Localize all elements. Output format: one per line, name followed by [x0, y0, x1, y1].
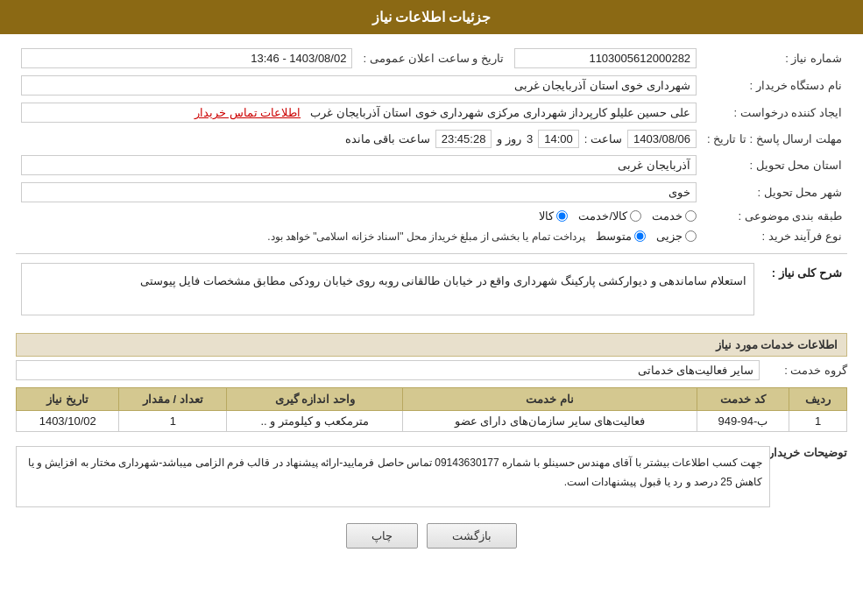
table-cell: 1403/10/02: [17, 411, 119, 432]
description-section-title: شرح کلی نیاز :: [772, 266, 842, 280]
description-table: شرح کلی نیاز : استعلام ساماندهی و دیوارک…: [16, 259, 847, 324]
deadline-row: 1403/08/06 ساعت : 14:00 3 روز و 23:45:28…: [21, 130, 697, 148]
notes-section: توضیحات خریدار : جهت کسب اطلاعات بیشتر ب…: [16, 441, 847, 513]
table-cell: فعالیت‌های سایر سازمان‌های دارای عضو: [403, 411, 697, 432]
creator-link[interactable]: اطلاعات تماس خریدار: [195, 106, 301, 119]
deadline-label: مهلت ارسال پاسخ : تا تاریخ :: [702, 126, 847, 152]
col-header-qty: تعداد / مقدار: [119, 388, 227, 411]
city-value: خوی: [21, 182, 697, 202]
services-table: ردیف کد خدمت نام خدمت واحد اندازه گیری ت…: [16, 387, 847, 432]
category-group: خدمت کالا/خدمت کالا: [21, 209, 697, 223]
deadline-date: 1403/08/06: [627, 130, 697, 148]
service-group-row: گروه خدمت : سایر فعالیت‌های خدماتی: [16, 360, 847, 380]
announcement-value: 1403/08/02 - 13:46: [21, 48, 352, 68]
need-number-value: 1103005612000282: [514, 48, 697, 68]
category-label: طبقه بندی موضوعی :: [702, 206, 847, 226]
content-area: شماره نیاز : 1103005612000282 تاریخ و سا…: [0, 34, 863, 570]
category-option-kala-khadamat[interactable]: کالا/خدمت: [578, 209, 641, 223]
remaining-time: 23:45:28: [435, 130, 492, 148]
remaining-days: 3: [527, 132, 533, 145]
col-header-name: نام خدمت: [403, 388, 697, 411]
city-label: شهر محل تحویل :: [702, 179, 847, 206]
category-option-kala[interactable]: کالا: [539, 209, 568, 223]
category-option-khadamat[interactable]: خدمت: [652, 209, 697, 223]
table-cell: 1: [119, 411, 227, 432]
description-text: استعلام ساماندهی و دیوارکشی پارکینگ شهرد…: [21, 263, 754, 315]
description-section: شرح کلی نیاز : استعلام ساماندهی و دیوارک…: [16, 259, 847, 324]
need-number-label: شماره نیاز :: [702, 45, 847, 72]
deadline-time-label: ساعت :: [584, 132, 622, 145]
purchase-type-group: جزیی متوسط پرداخت تمام یا بخشی از مبلغ خ…: [21, 230, 697, 243]
print-button[interactable]: چاپ: [346, 523, 418, 549]
notes-label: توضیحات خریدار :: [777, 441, 847, 459]
province-value: آذربایجان غربی: [21, 155, 697, 175]
deadline-time: 14:00: [538, 130, 579, 148]
main-info-table: شماره نیاز : 1103005612000282 تاریخ و سا…: [16, 45, 847, 246]
notes-content: جهت کسب اطلاعات بیشتر با آقای مهندس حسین…: [16, 441, 770, 513]
purchase-type-motawaset[interactable]: متوسط: [596, 230, 646, 243]
buttons-row: بازگشت چاپ: [16, 523, 847, 549]
col-header-code: کد خدمت: [697, 388, 789, 411]
services-section-title: اطلاعات خدمات مورد نیاز: [16, 333, 847, 357]
notes-text: جهت کسب اطلاعات بیشتر با آقای مهندس حسین…: [16, 446, 770, 507]
creator-label: ایجاد کننده درخواست :: [702, 99, 847, 126]
col-header-unit: واحد اندازه گیری: [227, 388, 403, 411]
page-header: جزئیات اطلاعات نیاز: [0, 0, 863, 34]
creator-row: علی حسین علیلو کارپرداز شهرداری مرکزی شه…: [21, 103, 697, 123]
table-cell: ب-94-949: [697, 411, 789, 432]
service-group-value: سایر فعالیت‌های خدماتی: [16, 360, 760, 380]
back-button[interactable]: بازگشت: [427, 523, 517, 549]
table-cell: 1: [789, 411, 847, 432]
table-cell: مترمکعب و کیلومتر و ..: [227, 411, 403, 432]
page-title: جزئیات اطلاعات نیاز: [372, 10, 492, 25]
divider-1: [16, 253, 847, 254]
page-wrapper: جزئیات اطلاعات نیاز شماره نیاز : 1103005…: [0, 0, 863, 616]
purchase-type-jozi[interactable]: جزیی: [656, 230, 697, 243]
creator-value: علی حسین علیلو کارپرداز شهرداری مرکزی شه…: [310, 106, 690, 119]
purchase-type-note: پرداخت تمام یا بخشی از مبلغ خریداز محل "…: [267, 230, 585, 243]
announcement-label: تاریخ و ساعت اعلان عمومی :: [357, 45, 509, 72]
table-row: 1ب-94-949فعالیت‌های سایر سازمان‌های دارا…: [17, 411, 847, 432]
purchase-type-label: نوع فرآیند خرید :: [702, 226, 847, 246]
buyer-name-label: نام دستگاه خریدار :: [702, 72, 847, 99]
buyer-name-value: شهرداری خوی استان آذربایجان غربی: [21, 75, 697, 96]
province-label: استان محل تحویل :: [702, 152, 847, 179]
service-group-label: گروه خدمت :: [760, 364, 847, 377]
col-header-row: ردیف: [789, 388, 847, 411]
remaining-suffix: ساعت باقی مانده: [345, 132, 430, 145]
remaining-label: روز و: [497, 132, 521, 145]
col-header-date: تاریخ نیاز: [17, 388, 119, 411]
